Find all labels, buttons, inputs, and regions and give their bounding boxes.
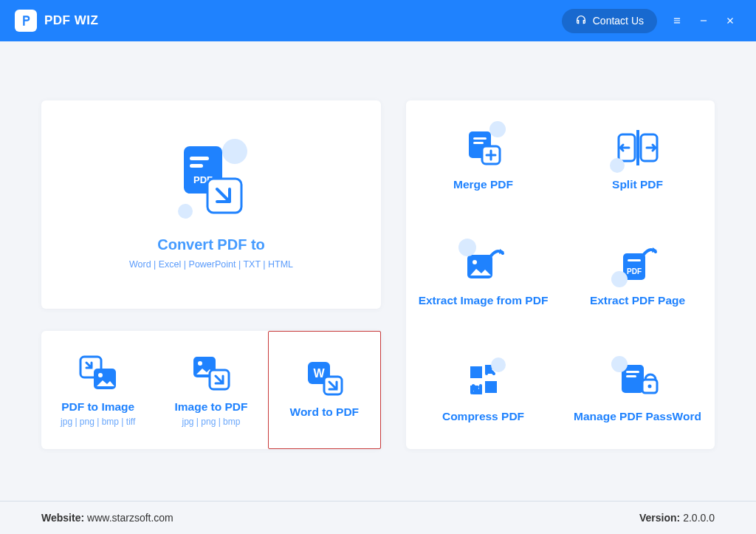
svg-text:PDF: PDF xyxy=(627,267,642,275)
compress-pdf-tile[interactable]: Compress PDF xyxy=(406,333,560,449)
minimize-button[interactable] xyxy=(691,8,716,33)
contact-us-button[interactable]: Contact Us xyxy=(562,9,657,33)
image-to-pdf-subtitle: jpg | png | bmp xyxy=(182,417,241,427)
svg-rect-24 xyxy=(628,259,641,261)
word-to-pdf-icon: W xyxy=(303,358,345,398)
svg-rect-28 xyxy=(626,375,636,377)
convert-pdf-title: Convert PDF to xyxy=(157,236,265,253)
pdf-to-image-tile[interactable]: PDF to Image jpg | png | bmp | tiff xyxy=(41,331,154,449)
extract-page-icon: PDF xyxy=(616,242,660,286)
convert-pdf-icon: PDF xyxy=(171,137,252,226)
manage-password-title: Manage PDF PassWord xyxy=(574,409,701,424)
contact-us-label: Contact Us xyxy=(593,15,644,27)
svg-rect-15 xyxy=(473,137,487,140)
titlebar: PDF WIZ Contact Us xyxy=(0,0,756,41)
headset-icon xyxy=(575,14,587,28)
word-to-pdf-title: Word to PDF xyxy=(290,405,360,419)
merge-pdf-icon xyxy=(463,126,504,170)
extract-image-icon xyxy=(461,242,506,286)
pdf-to-image-subtitle: jpg | png | bmp | tiff xyxy=(61,417,135,427)
pdf-to-image-icon xyxy=(78,353,119,393)
image-to-pdf-icon xyxy=(190,353,232,393)
manage-password-tile[interactable]: Manage PDF PassWord xyxy=(560,333,715,449)
menu-button[interactable] xyxy=(664,8,690,33)
svg-rect-16 xyxy=(473,142,484,144)
svg-point-30 xyxy=(647,385,651,388)
split-pdf-tile[interactable]: Split PDF xyxy=(560,100,715,216)
extract-page-title: Extract PDF Page xyxy=(590,293,685,308)
split-pdf-icon xyxy=(614,126,662,170)
extract-page-tile[interactable]: PDF Extract PDF Page xyxy=(560,216,715,332)
compress-pdf-title: Compress PDF xyxy=(442,409,524,424)
svg-point-22 xyxy=(472,260,477,264)
image-to-pdf-tile[interactable]: Image to PDF jpg | png | bmp xyxy=(154,331,267,449)
convert-pdf-subtitle: Word | Excel | PowerPoint | TXT | HTML xyxy=(129,259,293,270)
word-to-pdf-tile[interactable]: W Word to PDF xyxy=(268,331,381,449)
version-label: Version: xyxy=(639,512,680,524)
version-value: 2.0.0.0 xyxy=(683,512,715,524)
merge-pdf-title: Merge PDF xyxy=(453,177,513,192)
svg-point-7 xyxy=(98,373,103,377)
merge-pdf-tile[interactable]: Merge PDF xyxy=(406,100,560,216)
tools-grid: Merge PDF Split PDF xyxy=(406,100,715,449)
convert-pdf-card[interactable]: PDF Convert PDF to Word | Excel | PowerP… xyxy=(41,100,381,309)
image-to-pdf-title: Image to PDF xyxy=(174,400,247,414)
extract-image-tile[interactable]: Extract Image from PDF xyxy=(406,216,560,332)
pdf-to-image-title: PDF to Image xyxy=(61,400,134,414)
compress-pdf-icon xyxy=(464,357,503,402)
website-label: Website: xyxy=(41,512,84,524)
extract-image-title: Extract Image from PDF xyxy=(419,293,549,308)
website-link[interactable]: www.starzsoft.com xyxy=(87,512,173,524)
manage-password-icon xyxy=(616,357,660,402)
svg-rect-1 xyxy=(190,157,209,160)
svg-rect-20 xyxy=(636,130,639,165)
svg-rect-27 xyxy=(626,371,639,373)
footer: Website: www.starzsoft.com Version: 2.0.… xyxy=(0,501,756,534)
app-logo-icon xyxy=(15,10,37,32)
split-pdf-title: Split PDF xyxy=(612,177,663,192)
close-button[interactable] xyxy=(718,8,743,33)
small-tools-card: PDF to Image jpg | png | bmp | tiff Imag… xyxy=(41,331,381,449)
main-content: PDF Convert PDF to Word | Excel | PowerP… xyxy=(0,41,756,502)
svg-rect-2 xyxy=(190,164,203,168)
app-title: PDF WIZ xyxy=(44,13,98,28)
svg-text:W: W xyxy=(314,367,326,380)
svg-point-9 xyxy=(198,361,202,366)
